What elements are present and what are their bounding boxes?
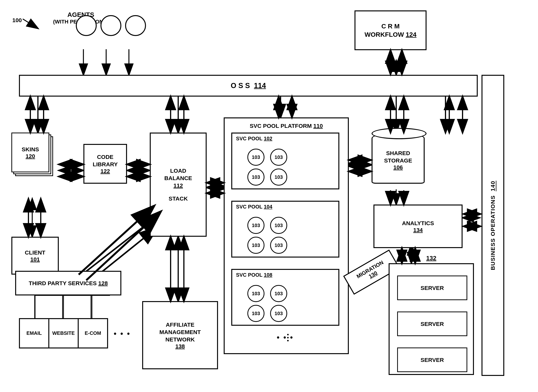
server-cluster-box: 132 SERVER SERVER SERVER [389, 263, 474, 375]
analytics-box: ANALYTICS 134 [373, 205, 462, 248]
shared-storage: SHAREDSTORAGE 106 [371, 133, 425, 184]
load-balance-box: LOADBALANCE112 STACK [150, 133, 207, 237]
affiliate-box: AFFILIATEMANAGEMENTNETWORK 138 [142, 301, 218, 369]
diagram: 100 AGENTS (WITH PERMISSIONS) C R MWORKF… [0, 0, 538, 392]
title-arrow [21, 17, 44, 32]
agent-circle-2 [100, 15, 121, 36]
svc-pool-108-box: SVC POOL 108 103 103 103 103 [231, 269, 339, 326]
business-ops-box: BUSINESS OPERATIONS 140 [481, 75, 504, 376]
svg-line-61 [79, 206, 153, 275]
svc-pool-102-box: SVC POOL 102 103 103 103 103 [231, 133, 339, 189]
ecom-box: E-COM [78, 318, 108, 348]
server-box-1: SERVER [397, 275, 467, 300]
server-box-2: SERVER [397, 312, 467, 336]
code-library-box: CODELIBRARY 122 [83, 144, 127, 184]
agent-circle-1 [76, 15, 97, 36]
oss-box: O S S 114 [19, 75, 478, 97]
diagram-number: 100 [12, 17, 22, 23]
crm-workflow-box: C R MWORKFLOW 124 [354, 10, 427, 50]
agent-circle-3 [125, 15, 146, 36]
svg-line-28 [23, 19, 38, 28]
website-box: WEBSITE [48, 318, 79, 348]
service-dots: • • • [114, 330, 131, 338]
svg-line-62 [86, 212, 160, 280]
svc-pool-vertical-dots: ··· [282, 333, 293, 342]
server-box-3: SERVER [397, 347, 467, 372]
email-box: EMAIL [19, 318, 49, 348]
third-party-box: THIRD PARTY SERVICES 128 [15, 271, 121, 295]
svc-pool-104-box: SVC POOL 104 103 103 103 103 [231, 201, 339, 257]
svg-line-18 [80, 216, 157, 276]
client-box: CLIENT 101 [11, 237, 59, 275]
